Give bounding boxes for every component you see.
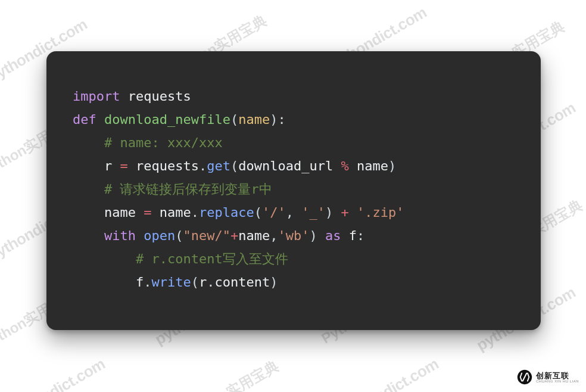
- var-r: r: [199, 275, 207, 290]
- comment-line: # r.content写入至文件: [136, 251, 288, 266]
- module-name: requests: [128, 89, 191, 104]
- code-card: import requests def download_newfile(nam…: [46, 51, 541, 330]
- var-name: name: [238, 228, 270, 243]
- var-r: r: [104, 158, 112, 173]
- op-plus: +: [341, 205, 348, 220]
- string-literal: '_': [301, 205, 325, 220]
- comment-line: # name: xxx/xxx: [104, 135, 223, 150]
- fn-open: open: [144, 228, 175, 243]
- fn-write: write: [151, 275, 191, 290]
- lib-requests: requests: [136, 158, 199, 173]
- var-download-url: download_url: [238, 158, 333, 173]
- comment-line: # 请求链接后保存到变量r中: [104, 182, 272, 197]
- var-name: name: [160, 205, 191, 220]
- op-eq: =: [144, 205, 151, 220]
- var-f: f: [136, 275, 144, 290]
- keyword-as: as: [325, 228, 341, 243]
- string-literal: "new/": [183, 228, 230, 243]
- keyword-with: with: [104, 228, 136, 243]
- footer-logo: 创新互联 CHUANG XIN HU LIAN: [517, 369, 579, 385]
- op-pct: %: [341, 158, 348, 173]
- logo-icon: [517, 369, 532, 385]
- string-literal: '.zip': [357, 205, 404, 220]
- fn-replace: replace: [199, 205, 254, 220]
- op-eq: =: [120, 158, 127, 173]
- var-name: name: [104, 205, 136, 220]
- footer-text-en: CHUANG XIN HU LIAN: [536, 379, 579, 383]
- string-literal: 'wb': [278, 228, 309, 243]
- fn-get: get: [207, 158, 230, 173]
- param-name: name: [238, 112, 270, 127]
- code-block: import requests def download_newfile(nam…: [73, 85, 515, 294]
- var-f: f: [349, 228, 357, 243]
- keyword-def: def: [73, 112, 96, 127]
- string-literal: '/': [262, 205, 286, 220]
- keyword-import: import: [73, 89, 120, 104]
- footer-text-cn: 创新互联: [536, 372, 579, 379]
- attr-content: content: [214, 275, 270, 290]
- op-plus: +: [230, 228, 238, 243]
- var-name: name: [357, 158, 388, 173]
- function-name: download_newfile: [104, 112, 230, 127]
